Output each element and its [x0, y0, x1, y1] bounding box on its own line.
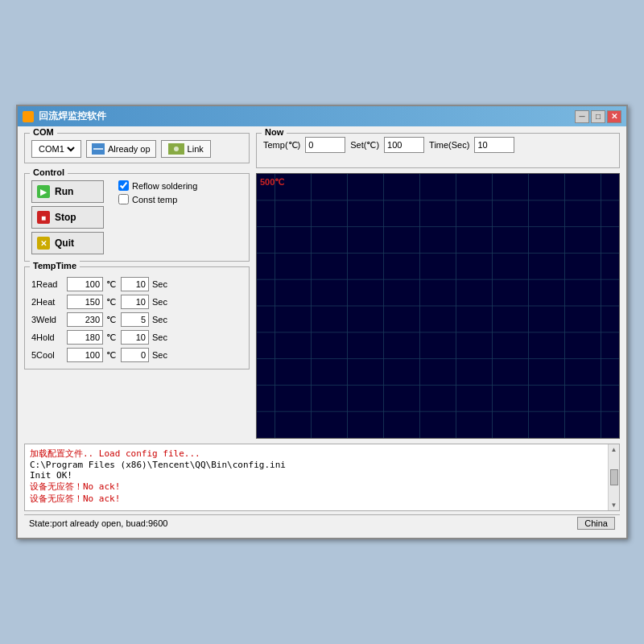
already-icon — [92, 143, 105, 155]
tt-name-1: 2Heat — [31, 297, 64, 307]
log-line-4: 设备无应答！No ack! — [30, 493, 603, 505]
now-section: Now Temp(℃) Set(℃) Time(Sec) — [256, 133, 620, 168]
stop-icon: ■ — [37, 211, 50, 224]
control-buttons: ▶ Run ■ Stop ✕ Quit — [31, 180, 104, 254]
log-line-0: 加载配置文件.. Load config file... — [30, 448, 603, 460]
title-controls: ─ □ ✕ — [575, 110, 621, 123]
scroll-down-icon[interactable]: ▼ — [611, 502, 617, 509]
tt-temp-3[interactable] — [67, 330, 103, 345]
restore-button[interactable]: □ — [591, 110, 605, 123]
svg-point-3 — [174, 147, 179, 151]
tt-name-4: 5Cool — [31, 350, 64, 360]
control-label: Control — [30, 167, 68, 177]
scroll-up-icon[interactable]: ▲ — [611, 446, 617, 453]
tt-unit-sec-3: Sec — [152, 332, 167, 342]
already-label: Already op — [108, 144, 151, 154]
stop-label: Stop — [55, 212, 76, 223]
window-title: 回流焊监控软件 — [39, 109, 106, 123]
top-area: COM COM1 Already op — [24, 133, 620, 168]
run-button[interactable]: ▶ Run — [31, 180, 104, 203]
time-label: Time(Sec) — [429, 140, 469, 150]
left-panel: Control ▶ Run ■ Stop — [24, 173, 250, 439]
temptime-label: TempTime — [30, 261, 80, 270]
scroll-thumb[interactable] — [610, 469, 618, 485]
com-port-dropdown[interactable]: COM1 — [35, 143, 77, 155]
temptime-section: TempTime 1Read ℃ Sec 2Heat — [24, 266, 250, 369]
tt-unit-sec-0: Sec — [152, 279, 167, 289]
temptime-row-3: 4Hold ℃ Sec — [31, 330, 242, 345]
temp-label: Temp(℃) — [263, 140, 300, 151]
temp-input[interactable] — [305, 137, 345, 153]
tt-time-1[interactable] — [121, 295, 149, 309]
now-label: Now — [262, 127, 287, 137]
now-fields-row: Temp(℃) Set(℃) Time(Sec) — [263, 137, 613, 153]
title-bar-left: 回流焊监控软件 — [23, 109, 106, 123]
log-scrollbar[interactable]: ▲ ▼ — [608, 444, 619, 510]
status-bar: State:port already open, buad:9600 China — [24, 514, 620, 531]
tt-time-2[interactable] — [121, 312, 149, 327]
com-row: COM1 Already op — [31, 140, 242, 158]
log-content: 加载配置文件.. Load config file... C:\Program … — [25, 444, 608, 510]
temptime-row-1: 2Heat ℃ Sec — [31, 295, 242, 309]
link-icon — [168, 143, 184, 155]
com-label: COM — [30, 127, 57, 137]
control-section: Control ▶ Run ■ Stop — [24, 173, 250, 262]
china-button[interactable]: China — [577, 517, 615, 530]
tt-unit-temp-0: ℃ — [106, 279, 118, 290]
reflow-checkbox[interactable] — [118, 180, 129, 191]
log-line-1: C:\Program Files (x86)\Tencent\QQ\Bin\co… — [30, 460, 603, 470]
tt-unit-sec-2: Sec — [152, 315, 167, 324]
tt-unit-temp-2: ℃ — [106, 315, 118, 325]
main-window: 回流焊监控软件 ─ □ ✕ COM COM1 — [16, 105, 628, 539]
tt-unit-temp-1: ℃ — [106, 297, 118, 308]
stop-button[interactable]: ■ Stop — [31, 206, 104, 229]
tt-name-3: 4Hold — [31, 332, 64, 342]
time-input[interactable] — [474, 137, 514, 153]
com-port-select[interactable]: COM1 — [31, 140, 81, 158]
quit-button[interactable]: ✕ Quit — [31, 232, 104, 254]
control-inner: ▶ Run ■ Stop ✕ Quit — [31, 180, 242, 254]
tt-unit-temp-3: ℃ — [106, 332, 118, 343]
run-icon: ▶ — [37, 185, 50, 198]
quit-label: Quit — [55, 237, 74, 249]
link-label: Link — [188, 144, 204, 154]
middle-area: Control ▶ Run ■ Stop — [24, 173, 620, 439]
chart-temp-label: 500℃ — [260, 177, 284, 188]
set-label: Set(℃) — [350, 140, 379, 151]
set-input[interactable] — [384, 137, 424, 153]
tt-temp-2[interactable] — [67, 312, 103, 327]
tt-unit-sec-1: Sec — [152, 297, 167, 307]
tt-name-2: 3Weld — [31, 315, 64, 324]
status-text: State:port already open, buad:9600 — [29, 518, 167, 528]
close-button[interactable]: ✕ — [607, 110, 621, 123]
com-panel: COM COM1 Already op — [24, 133, 250, 168]
right-panel: 500℃ — [256, 173, 620, 439]
checkboxes: Reflow soldering Const temp — [118, 180, 197, 204]
chart-area: 500℃ — [256, 173, 620, 439]
const-checkbox[interactable] — [118, 194, 129, 204]
tt-time-0[interactable] — [121, 277, 149, 291]
tt-unit-sec-4: Sec — [152, 350, 167, 360]
const-checkbox-row: Const temp — [118, 194, 197, 204]
tt-name-0: 1Read — [31, 279, 64, 289]
chart-grid — [257, 174, 619, 438]
tt-temp-4[interactable] — [67, 348, 103, 362]
tt-unit-temp-4: ℃ — [106, 350, 118, 361]
temptime-rows: 1Read ℃ Sec 2Heat ℃ Sec — [31, 277, 242, 362]
link-button[interactable]: Link — [161, 140, 211, 158]
tt-temp-0[interactable] — [67, 277, 103, 291]
tt-time-4[interactable] — [121, 348, 149, 362]
temptime-row-0: 1Read ℃ Sec — [31, 277, 242, 291]
tt-temp-1[interactable] — [67, 295, 103, 309]
title-bar: 回流焊监控软件 ─ □ ✕ — [18, 106, 626, 126]
run-label: Run — [55, 186, 73, 197]
quit-icon: ✕ — [37, 237, 50, 250]
already-button[interactable]: Already op — [86, 140, 156, 158]
const-label: Const temp — [132, 195, 177, 204]
tt-time-3[interactable] — [121, 330, 149, 345]
reflow-checkbox-row: Reflow soldering — [118, 180, 197, 191]
temptime-row-2: 3Weld ℃ Sec — [31, 312, 242, 327]
com-section: COM COM1 Already op — [24, 133, 250, 163]
minimize-button[interactable]: ─ — [575, 110, 589, 123]
log-section: 加载配置文件.. Load config file... C:\Program … — [24, 444, 620, 511]
